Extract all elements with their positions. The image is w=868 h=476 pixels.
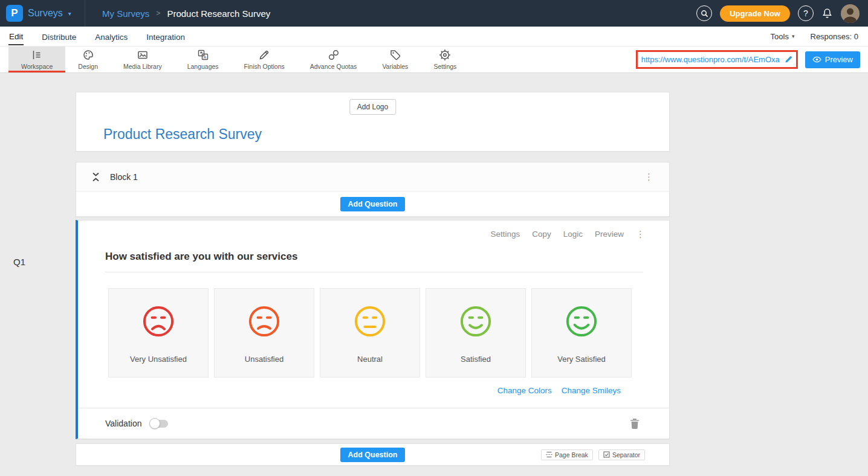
question-title-wrap: How satisfied are you with our services	[105, 251, 643, 272]
separator-label: Separator	[612, 451, 640, 458]
responses-count: Responses: 0	[811, 32, 859, 41]
smiley-option-label: Neutral	[357, 355, 383, 364]
nav-right: Tools ▾ Responses: 0	[771, 32, 858, 41]
advance-quotas-icon	[328, 49, 340, 61]
pencil-icon	[785, 56, 792, 63]
validation-label: Validation	[105, 419, 141, 428]
collapse-block-button[interactable]	[92, 172, 100, 182]
settings-gear-icon	[439, 49, 451, 61]
toolbar-item-finish-options[interactable]: Finish Options	[232, 47, 297, 72]
change-smileys-link[interactable]: Change Smileys	[562, 386, 621, 395]
block-header: Block 1 ⋮	[76, 162, 669, 191]
help-icon: ?	[803, 8, 808, 18]
separator-button[interactable]: Separator	[598, 449, 645, 460]
validation-row: Validation	[78, 408, 669, 439]
smiley-option-unsatisfied[interactable]: Unsatisfied	[214, 288, 314, 378]
tab-distribute[interactable]: Distribute	[41, 28, 77, 45]
page-break-label: Page Break	[555, 451, 588, 458]
block-menu-button[interactable]: ⋮	[644, 172, 653, 181]
smiley-icon	[458, 304, 493, 339]
add-question-footer: Add Question Page Break Separator	[76, 443, 670, 466]
smiley-icon	[247, 304, 282, 339]
survey-toolbar: Workspace Design Media Library A Languag…	[0, 47, 868, 73]
chevron-down-icon: ▾	[68, 10, 71, 17]
smiley-option-label: Unsatisfied	[245, 355, 283, 364]
app-switcher[interactable]: P Surveys ▾	[0, 0, 85, 27]
smiley-option-very-unsatisfied[interactable]: Very Unsatisfied	[108, 288, 209, 378]
breadcrumb-my-surveys[interactable]: My Surveys	[102, 8, 149, 19]
block-title: Block 1	[110, 172, 138, 182]
help-button[interactable]: ?	[798, 5, 814, 21]
tools-menu-button[interactable]: Tools ▾	[771, 32, 795, 41]
footer-chips: Page Break Separator	[541, 449, 645, 460]
smiley-option-label: Very Unsatisfied	[130, 355, 187, 364]
question-action-settings[interactable]: Settings	[490, 230, 520, 239]
add-question-button-bottom[interactable]: Add Question	[340, 448, 406, 462]
tab-edit[interactable]: Edit	[8, 28, 24, 45]
toolbar-item-languages[interactable]: A Languages	[175, 47, 232, 72]
toolbar-item-settings[interactable]: Settings	[421, 47, 469, 72]
smiley-option-label: Very Satisfied	[557, 355, 606, 364]
edit-nav: Edit Distribute Analytics Integration To…	[0, 27, 868, 47]
page-break-button[interactable]: Page Break	[541, 449, 593, 460]
add-logo-button[interactable]: Add Logo	[349, 99, 396, 115]
toggle-knob	[149, 418, 160, 429]
survey-url-input[interactable]	[641, 55, 782, 64]
smiley-option-satisfied[interactable]: Satisfied	[426, 288, 526, 378]
chevron-down-icon: ▾	[792, 33, 795, 39]
bell-icon	[821, 7, 833, 19]
survey-url-box	[636, 50, 798, 69]
toolbar-item-label: Workspace	[21, 63, 53, 70]
toolbar-item-media-library[interactable]: Media Library	[111, 47, 175, 72]
question-links: Change Colors Change Smileys	[78, 386, 621, 395]
smiley-icon	[141, 304, 176, 339]
breadcrumb: My Surveys > Product Research Survey	[102, 8, 270, 19]
survey-canvas: Q1 Add Logo Product Research Survey Bloc…	[0, 73, 868, 476]
toolbar-item-variables[interactable]: Variables	[369, 47, 421, 72]
breadcrumb-current: Product Research Survey	[167, 8, 270, 19]
toolbar-item-workspace[interactable]: Workspace	[8, 47, 65, 72]
question-title[interactable]: How satisfied are you with our services	[105, 251, 643, 263]
tab-analytics[interactable]: Analytics	[94, 28, 128, 45]
eye-icon	[812, 56, 821, 63]
add-question-row-top: Add Question	[76, 191, 669, 216]
question-action-copy[interactable]: Copy	[532, 230, 551, 239]
toolbar-item-label: Media Library	[123, 63, 162, 70]
add-question-button-top[interactable]: Add Question	[340, 197, 406, 211]
annotation-highlight	[8, 71, 65, 73]
delete-question-button[interactable]	[630, 419, 639, 429]
page-break-icon	[546, 451, 552, 458]
smiley-option-neutral[interactable]: Neutral	[320, 288, 420, 378]
validation-toggle[interactable]	[150, 420, 168, 428]
question-menu-button[interactable]: ⋮	[636, 230, 645, 239]
toolbar-item-label: Settings	[433, 63, 456, 70]
smiley-option-very-satisfied[interactable]: Very Satisfied	[531, 288, 632, 378]
toolbar-item-advance-quotas[interactable]: Advance Quotas	[297, 47, 370, 72]
survey-title[interactable]: Product Research Survey	[103, 126, 262, 143]
topbar-actions: Upgrade Now ?	[696, 4, 868, 23]
question-action-preview[interactable]: Preview	[595, 230, 624, 239]
notifications-button[interactable]	[821, 7, 833, 19]
toolbar-item-label: Design	[78, 63, 98, 70]
svg-text:A: A	[203, 55, 206, 59]
kebab-icon: ⋮	[636, 229, 645, 239]
trash-icon	[630, 419, 639, 429]
app-switcher-label: Surveys	[28, 8, 63, 19]
kebab-icon: ⋮	[644, 172, 653, 182]
media-library-icon	[137, 49, 149, 61]
change-colors-link[interactable]: Change Colors	[497, 386, 552, 395]
user-avatar[interactable]	[841, 4, 860, 23]
topbar: P Surveys ▾ My Surveys > Product Researc…	[0, 0, 868, 27]
question-action-logic[interactable]: Logic	[563, 230, 583, 239]
question-card: Settings Copy Logic Preview ⋮ How satisf…	[76, 220, 670, 439]
upgrade-now-button[interactable]: Upgrade Now	[720, 5, 790, 22]
checkbox-icon	[603, 451, 610, 458]
toolbar-item-label: Languages	[187, 63, 219, 70]
question-number-label: Q1	[13, 257, 25, 267]
preview-button[interactable]: Preview	[805, 51, 860, 68]
question-actions: Settings Copy Logic Preview ⋮	[78, 220, 669, 239]
toolbar-item-design[interactable]: Design	[65, 47, 111, 72]
edit-url-button[interactable]	[785, 56, 792, 63]
tab-integration[interactable]: Integration	[146, 28, 186, 45]
search-button[interactable]	[696, 5, 712, 21]
